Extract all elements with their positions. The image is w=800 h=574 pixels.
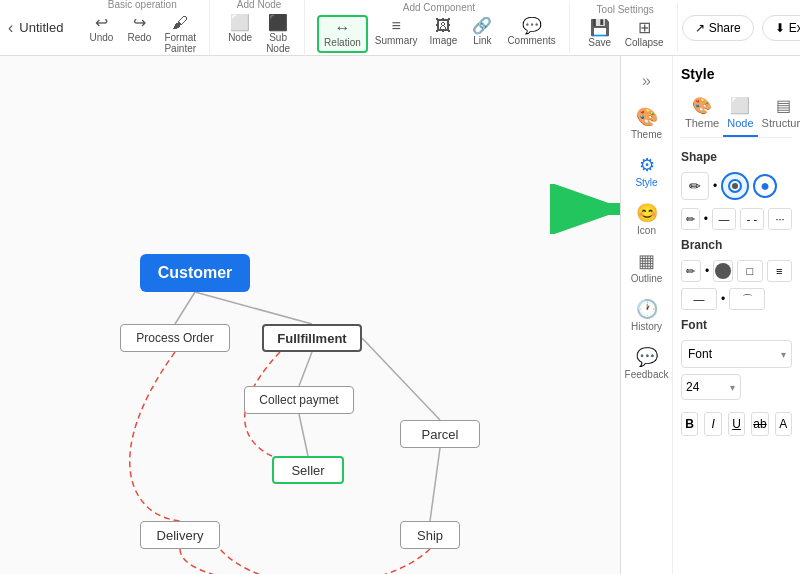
share-button[interactable]: ↗ Share [682,15,754,41]
comments-button[interactable]: 💬 Comments [502,15,560,53]
branch-lines-button[interactable]: ≡ [767,260,792,282]
seller-node[interactable]: Seller [272,456,344,484]
sidebar-expand-button[interactable]: » [642,64,651,98]
fulfillment-node[interactable]: Fullfillment [262,324,362,352]
font-format-row: B I U ab A [681,412,792,436]
sub-node-label: Sub Node [265,32,291,54]
link-icon: 🔗 [472,18,492,34]
undo-label: Undo [89,32,113,43]
strikethrough-button[interactable]: ab [751,412,768,436]
summary-button[interactable]: ≡ Summary [370,15,423,53]
branch-section: Branch ✏ • □ ≡ — • ⌒ [681,238,792,310]
redo-icon: ↪ [133,15,146,31]
basic-operation-label: Basic operation [108,0,177,10]
italic-button[interactable]: I [704,412,721,436]
branch-section-title: Branch [681,238,792,252]
font-color-button[interactable]: A [775,412,792,436]
sidebar-icon-button[interactable]: 😊 Icon [623,196,671,242]
tab-theme-label: Theme [685,117,719,129]
connections-svg [0,56,620,574]
link-button[interactable]: 🔗 Link [464,15,500,53]
outline-dots-button[interactable]: ··· [768,208,792,230]
svg-line-2 [299,352,312,386]
add-node-items: ⬜ Node ⬛ Sub Node [222,12,296,57]
sidebar-outline-label: Outline [631,273,663,284]
underline-button[interactable]: U [728,412,745,436]
sidebar-theme-button[interactable]: 🎨 Theme [623,100,671,146]
font-select[interactable]: Font [681,340,792,368]
tab-theme[interactable]: 🎨 Theme [681,90,723,137]
undo-button[interactable]: ↩ Undo [83,12,119,57]
svg-line-1 [195,292,312,324]
branch-row-1: ✏ • □ ≡ [681,260,792,282]
parcel-label: Parcel [422,427,459,442]
add-component-label: Add Component [403,2,475,13]
summary-label: Summary [375,35,418,46]
sidebar-history-button[interactable]: 🕐 History [623,292,671,338]
font-select-wrapper: Font [681,340,792,368]
outline-line-button[interactable]: — [712,208,736,230]
tab-node[interactable]: ⬜ Node [723,90,757,137]
add-component-items: ↔ Relation ≡ Summary 🖼 Image 🔗 Link 💬 Co… [317,15,561,53]
back-button[interactable]: ‹ [8,19,13,37]
shape-pencil-button[interactable]: ✏ [681,172,709,200]
collect-payment-node[interactable]: Collect paymet [244,386,354,414]
outline-pen-button[interactable]: ✏ [681,208,700,230]
collapse-button[interactable]: ⊞ Collapse [620,17,669,51]
export-button[interactable]: ⬇ Export [762,15,800,41]
share-icon: ↗ [695,21,705,35]
font-size-row: 24 [681,374,792,406]
sidebar-style-label: Style [635,177,657,188]
process-order-node[interactable]: Process Order [120,324,230,352]
style-panel: Style 🎨 Theme ⬜ Node ▤ Structure [673,56,800,574]
tab-structure[interactable]: ▤ Structure [758,90,800,137]
relation-button[interactable]: ↔ Relation [317,15,368,53]
canvas[interactable]: Customer Process Order Fullfillment Coll… [0,56,620,574]
sidebar-outline-button[interactable]: ▦ Outline [623,244,671,290]
branch-color-button[interactable] [713,260,733,282]
circle-shape-icon [727,178,743,194]
ship-node[interactable]: Ship [400,521,460,549]
relation-label: Relation [324,37,361,48]
green-arrow [550,184,620,242]
sub-node-icon: ⬛ [268,15,288,31]
font-size-value: 24 [686,380,699,394]
collapse-label: Collapse [625,37,664,48]
branch-dash-button[interactable]: — [681,288,717,310]
sidebar-style-button[interactable]: ⚙ Style [623,148,671,194]
parcel-node[interactable]: Parcel [400,420,480,448]
outline-row-1: ✏ • — - - ··· [681,208,792,230]
collect-payment-label: Collect paymet [259,393,338,407]
tab-structure-label: Structure [762,117,800,129]
comments-icon: 💬 [522,18,542,34]
shape-circle-button[interactable] [721,172,749,200]
node-button[interactable]: ⬜ Node [222,12,258,57]
toolbar: ‹ Untitled Basic operation ↩ Undo ↪ Redo… [0,0,800,56]
outline-dashes-button[interactable]: - - [740,208,764,230]
format-painter-icon: 🖌 [172,15,188,31]
sidebar-icon-label: Icon [637,225,656,236]
tab-structure-icon: ▤ [762,96,800,115]
branch-square-button[interactable]: □ [737,260,762,282]
sidebar-feedback-button[interactable]: 💬 Feedback [623,340,671,386]
customer-node[interactable]: Customer [140,254,250,292]
shape-section: Shape ✏ • ● ✏ • — - - [681,150,792,230]
bold-button[interactable]: B [681,412,698,436]
ship-label: Ship [417,528,443,543]
fulfillment-label: Fullfillment [277,331,346,346]
node-icon: ⬜ [230,15,250,31]
image-button[interactable]: 🖼 Image [425,15,463,53]
redo-button[interactable]: ↪ Redo [121,12,157,57]
format-painter-button[interactable]: 🖌 Format Painter [159,12,201,57]
branch-curved-button[interactable]: ⌒ [729,288,765,310]
font-size-select[interactable]: 24 [681,374,741,400]
sub-node-button[interactable]: ⬛ Sub Node [260,12,296,57]
app-title: Untitled [19,20,63,35]
save-button[interactable]: 💾 Save [582,17,618,51]
outline-icon: ▦ [638,250,655,272]
branch-pen-button[interactable]: ✏ [681,260,701,282]
tab-node-icon: ⬜ [727,96,753,115]
delivery-node[interactable]: Delivery [140,521,220,549]
svg-line-5 [430,448,440,521]
sidebar-feedback-label: Feedback [625,369,669,380]
